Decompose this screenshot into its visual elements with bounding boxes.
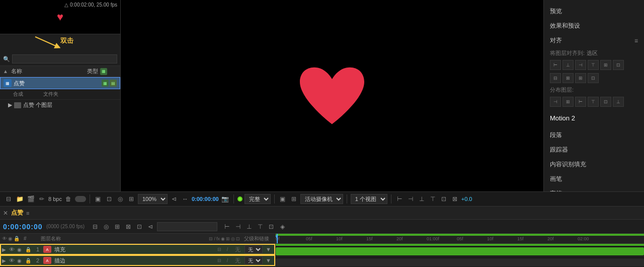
switch-icon-5: ◎: [231, 236, 235, 241]
toolbar-icon-7[interactable]: ⊞: [127, 194, 136, 204]
layer-2-parent-label: 无: [232, 257, 244, 264]
toolbar-icon-2[interactable]: 📁: [15, 194, 24, 204]
layer-1-lock[interactable]: 🔒: [25, 247, 32, 252]
layer-name-col: 图层名称: [41, 235, 207, 242]
layer-1-eye[interactable]: 👁: [9, 246, 16, 252]
layer-row-1[interactable]: ▶ 👁 ◉ 🔒 1 A 填充 ⊟ / 无 无 ▼: [0, 244, 275, 255]
camera-select[interactable]: 活动摄像机: [300, 194, 343, 204]
canvas-area: [121, 0, 543, 191]
panel-item-paragraph[interactable]: 段落: [544, 128, 644, 143]
tl-ctrl-11[interactable]: ⊡: [267, 222, 276, 231]
tl-ctrl-2[interactable]: ◎: [102, 222, 111, 231]
timeline-menu-icon[interactable]: ≡: [26, 210, 29, 216]
toolbar-icon-10[interactable]: ⊞: [289, 194, 298, 204]
tl-ctrl-5[interactable]: ⊡: [135, 222, 144, 231]
align-btn-3[interactable]: ⊣: [575, 60, 586, 70]
toolbar-icon-9[interactable]: ▣: [278, 194, 287, 204]
layer-switch-icons: ⊟ / fx ◉ ⊞ ◎ ⊡: [209, 236, 240, 241]
dist-btn-5[interactable]: ⊡: [600, 97, 611, 107]
tl-ctrl-1[interactable]: ⊟: [91, 222, 100, 231]
toolbar-monitor-icon[interactable]: ▣: [94, 194, 103, 204]
timeline-search-input[interactable]: [157, 222, 217, 231]
toolbar-icon-11[interactable]: ⊢: [395, 194, 404, 204]
lc-1-1[interactable]: ⊟: [216, 246, 223, 253]
toolbar-icon-6[interactable]: ◎: [116, 194, 125, 204]
panel-item-preview[interactable]: 预览: [544, 4, 644, 19]
layer-2-eye[interactable]: 👁: [9, 257, 16, 263]
layer-2-lock[interactable]: 🔒: [25, 258, 32, 263]
file-item-dianzan[interactable]: ▦ 点赞 ▦ ▤: [0, 77, 120, 89]
toolbar-icon-1[interactable]: ⊟: [4, 194, 13, 204]
align-btn-5[interactable]: ⊞: [600, 60, 611, 70]
tl-ctrl-10[interactable]: ⊤: [256, 222, 265, 231]
tl-ctrl-6[interactable]: ⊲: [146, 222, 155, 231]
layer-2-solo[interactable]: ◉: [17, 258, 24, 263]
layer-1-expand[interactable]: ▶: [2, 247, 8, 252]
align-btn-8[interactable]: ⊠: [562, 73, 574, 83]
timeline-close-btn[interactable]: ✕: [3, 210, 8, 217]
layer-1-parent-select[interactable]: 无: [245, 245, 263, 253]
panel-item-content-fill[interactable]: 内容识别填充: [544, 157, 644, 172]
quality-select[interactable]: 完整: [245, 194, 271, 204]
layer-2-parent-select[interactable]: 无: [245, 256, 263, 264]
toolbar-icon-15[interactable]: ⊡: [439, 194, 448, 204]
annotation-box: 双击: [0, 34, 120, 52]
views-select[interactable]: 1 个视图: [351, 194, 387, 204]
dist-btn-2[interactable]: ⊞: [562, 97, 574, 107]
toolbar-icon-resize[interactable]: ↔: [181, 194, 190, 204]
folder-item-dianzan[interactable]: ▶ 点赞 个图层: [0, 100, 120, 110]
ruler-mark-2: 10f: [336, 236, 343, 241]
right-panel: 预览 效果和预设 对齐 ≡ 将图层对齐到: 选区 ⊢ ⊥ ⊣ ⊤ ⊞ ⊡ ⊟ ⊠…: [543, 0, 644, 191]
toolbar-icon-16[interactable]: ⊠: [450, 194, 459, 204]
align-btn-4[interactable]: ⊤: [588, 60, 599, 70]
tl-ctrl-12[interactable]: ◈: [278, 222, 287, 231]
lc-1-2[interactable]: /: [224, 246, 231, 253]
tl-ctrl-4[interactable]: ⊠: [124, 222, 133, 231]
dist-btn-6[interactable]: ⊥: [613, 97, 624, 107]
switch-icon-6: ⊡: [236, 236, 240, 241]
align-btn-9[interactable]: ⊞: [575, 73, 586, 83]
dist-btn-4[interactable]: ⊤: [588, 97, 599, 107]
lc-2-1[interactable]: ⊟: [216, 257, 223, 264]
timeline-playhead[interactable]: [277, 234, 278, 243]
layer-1-num: 1: [33, 246, 42, 252]
timeline-time-display[interactable]: 0:00:00:00: [3, 223, 43, 231]
layer-1-parent-label: 无: [232, 246, 244, 253]
align-btn-7[interactable]: ⊟: [550, 73, 561, 83]
dist-btn-3[interactable]: ⊢: [575, 97, 586, 107]
toolbar-camera-icon[interactable]: 📷: [221, 194, 230, 204]
align-btn-10[interactable]: ⊡: [588, 73, 599, 83]
toolbar-icon-12[interactable]: ⊣: [406, 194, 415, 204]
work-area-bar: [276, 234, 644, 236]
dist-btn-1[interactable]: ⊣: [550, 97, 561, 107]
project-search-input[interactable]: [12, 54, 117, 63]
align-btn-1[interactable]: ⊢: [550, 60, 561, 70]
tl-ctrl-7[interactable]: ⊢: [222, 222, 231, 231]
layer-2-expand[interactable]: ▶: [2, 258, 8, 263]
toolbar-icon-13[interactable]: ⊥: [417, 194, 426, 204]
tl-ctrl-9[interactable]: ⊥: [245, 222, 254, 231]
toolbar-icon-8[interactable]: ⊲: [170, 194, 179, 204]
tl-ctrl-8[interactable]: ⊣: [233, 222, 243, 231]
align-btn-6[interactable]: ⊡: [613, 60, 624, 70]
panel-item-brush[interactable]: 画笔: [544, 172, 644, 186]
annotation-arrow-svg: [30, 34, 60, 49]
align-to-row: 将图层对齐到: 选区: [544, 48, 644, 58]
toolbar-trash-icon[interactable]: 🗑: [64, 194, 73, 204]
lc-2-2[interactable]: /: [224, 257, 231, 264]
panel-item-effects[interactable]: 效果和预设: [544, 19, 644, 33]
panel-item-align[interactable]: 对齐 ≡: [544, 33, 644, 48]
panel-item-tracker[interactable]: 跟踪器: [544, 143, 644, 157]
align-btn-2[interactable]: ⊥: [562, 60, 574, 70]
tl-ctrl-3[interactable]: ⊞: [113, 222, 122, 231]
toolbar-icon-3[interactable]: 🎬: [26, 194, 35, 204]
layer-row-2[interactable]: ▶ 👁 ◉ 🔒 2 A 描边 ⊟ / 无 无 ▼: [0, 255, 275, 266]
toolbar-toggle[interactable]: [75, 196, 86, 202]
toolbar-icon-5[interactable]: ⊡: [105, 194, 114, 204]
layer-1-solo[interactable]: ◉: [17, 247, 24, 252]
top-area: ♥ △ 0:00:02:00, 25.00 fps 双击 🔍 ▲ 名称 类型: [0, 0, 644, 191]
toolbar-icon-14[interactable]: ⊤: [428, 194, 437, 204]
switch-icon-3: ◉: [221, 236, 225, 241]
zoom-select[interactable]: 100%: [138, 194, 168, 204]
toolbar-icon-4[interactable]: ✏: [37, 194, 46, 204]
